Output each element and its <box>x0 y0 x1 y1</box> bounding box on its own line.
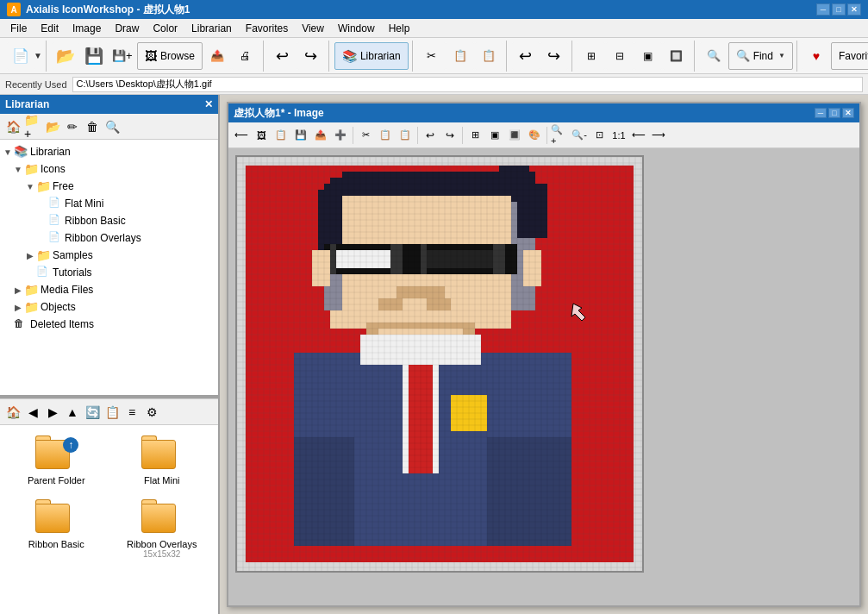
sidebar-delete-button[interactable]: 🗑 <box>83 117 102 136</box>
pixel-canvas[interactable] <box>236 156 643 572</box>
img-zoom-out[interactable]: 🔍- <box>570 126 589 145</box>
tree-item-objects[interactable]: ▶ 📁 Objects <box>0 298 218 316</box>
img-tool3[interactable]: 📋 <box>272 126 290 145</box>
sidebar-back-button[interactable]: ◀ <box>23 403 42 422</box>
tree-item-ribbon-overlays[interactable]: 📄 Ribbon Overlays <box>0 229 218 247</box>
img-tool2[interactable]: 🖼 <box>252 126 271 145</box>
expand-ribbon-basic[interactable] <box>36 215 48 227</box>
zoom-in-button[interactable]: 🔍 <box>700 42 727 70</box>
tree-item-deleted-items[interactable]: 🗑 Deleted Items <box>0 316 218 333</box>
img-tool4[interactable]: 💾 <box>291 126 310 145</box>
close-button[interactable]: ✕ <box>847 3 861 16</box>
sidebar-sort-button[interactable]: ⚙ <box>142 403 161 422</box>
undo-button[interactable]: ↩ <box>269 42 297 70</box>
expand-tutorials[interactable] <box>24 266 36 279</box>
img-tool6[interactable]: ➕ <box>331 126 350 145</box>
zoom-button[interactable]: 🔲 <box>663 42 690 70</box>
tree-item-tutorials[interactable]: 📄 Tutorials <box>0 264 218 281</box>
tree-item-icons[interactable]: ▼ 📁 Icons <box>0 160 218 178</box>
img-zoom-fit[interactable]: ⊡ <box>590 126 609 145</box>
maximize-button[interactable]: □ <box>832 3 846 16</box>
tree-item-free[interactable]: ▼ 📁 Free <box>0 178 218 195</box>
img-cut[interactable]: ✂ <box>356 126 375 145</box>
expand-librarian[interactable]: ▼ <box>2 146 14 158</box>
menu-image[interactable]: Image <box>66 19 108 37</box>
browse-button[interactable]: 🖼 Browse <box>137 42 203 70</box>
img-redo[interactable]: ↪ <box>440 126 459 145</box>
menu-file[interactable]: File <box>3 19 34 37</box>
redo-button[interactable]: ↪ <box>297 42 325 70</box>
menu-edit[interactable]: Edit <box>34 19 66 37</box>
expand-media-files[interactable]: ▶ <box>12 284 24 296</box>
menu-color[interactable]: Color <box>146 19 184 37</box>
tree-item-flat-mini[interactable]: 📄 Flat Mini <box>0 195 218 212</box>
export-button[interactable]: 📤 <box>203 42 231 70</box>
copy-button[interactable]: 📋 <box>446 42 474 70</box>
image-canvas-area[interactable] <box>228 148 859 605</box>
sidebar-forward-button[interactable]: ▶ <box>43 403 62 422</box>
menu-favorites[interactable]: Favorites <box>239 19 295 37</box>
menu-view[interactable]: View <box>295 19 331 37</box>
img-tool1[interactable]: ⟵ <box>232 126 251 145</box>
undo2-button[interactable]: ↩ <box>512 42 540 70</box>
sidebar-view2-button[interactable]: 📋 <box>103 403 122 422</box>
folder-item-parent[interactable]: ↑ Parent Folder <box>7 432 106 489</box>
img-copy[interactable]: 📋 <box>376 126 395 145</box>
minimize-button[interactable]: ─ <box>816 3 830 16</box>
folder-item-ribbon-overlays[interactable]: Ribbon Overlays 15x15x32 <box>113 496 212 562</box>
expand-samples[interactable]: ▶ <box>24 249 36 261</box>
image-close-button[interactable]: ✕ <box>842 108 854 118</box>
expand-free[interactable]: ▼ <box>24 180 36 192</box>
sidebar-search-button[interactable]: 🔍 <box>103 117 122 136</box>
save-button[interactable]: 💾 <box>80 42 108 70</box>
new-button[interactable]: 📄 <box>7 42 34 70</box>
img-select[interactable]: ▣ <box>485 126 504 145</box>
tree-item-librarian[interactable]: ▼ 📚 Librarian <box>0 143 218 160</box>
cut-button[interactable]: ✂ <box>418 42 446 70</box>
sidebar-refresh-button[interactable]: 🔄 <box>83 403 102 422</box>
image-minimize-button[interactable]: ─ <box>815 108 827 118</box>
print-button[interactable]: 🖨 <box>232 42 259 70</box>
sidebar-close-button[interactable]: ✕ <box>204 98 213 110</box>
menu-draw[interactable]: Draw <box>108 19 146 37</box>
sidebar-up-button[interactable]: ▲ <box>63 403 82 422</box>
img-tool5[interactable]: 📤 <box>311 126 330 145</box>
expand-ribbon-overlays[interactable] <box>36 232 48 244</box>
image-maximize-button[interactable]: □ <box>828 108 840 118</box>
tree-item-media-files[interactable]: ▶ 📁 Media Files <box>0 281 218 298</box>
sidebar-add-button[interactable]: 📁+ <box>23 117 42 136</box>
img-zoom-in[interactable]: 🔍+ <box>550 126 569 145</box>
find-button[interactable]: 🔍 Find ▼ <box>728 42 793 70</box>
grid-button[interactable]: ⊞ <box>578 42 605 70</box>
img-view[interactable]: 🔳 <box>505 126 524 145</box>
img-zoom-next[interactable]: ⟶ <box>649 126 668 145</box>
save-all-button[interactable]: 💾+ <box>109 42 136 70</box>
sidebar-view1-button[interactable]: 🏠 <box>3 403 22 422</box>
select-button[interactable]: ▣ <box>634 42 662 70</box>
img-zoom-1[interactable]: 1:1 <box>609 126 628 145</box>
redo2-button[interactable]: ↪ <box>540 42 568 70</box>
expand-flat-mini[interactable] <box>36 197 48 210</box>
img-zoom-prev[interactable]: ⟵ <box>629 126 648 145</box>
menu-help[interactable]: Help <box>382 19 417 37</box>
folder-item-ribbon-basic[interactable]: Ribbon Basic <box>7 496 106 562</box>
new-dropdown-arrow[interactable]: ▼ <box>34 51 42 60</box>
folder-item-flat-mini[interactable]: Flat Mini <box>113 432 212 489</box>
paste-button[interactable]: 📋 <box>475 42 503 70</box>
file-path[interactable]: C:\Users \Desktop\虚拟人物1.gif <box>72 77 863 92</box>
librarian-button[interactable]: 📚 Librarian <box>334 42 409 70</box>
menu-librarian[interactable]: Librarian <box>184 19 239 37</box>
expand-deleted-items[interactable] <box>2 318 14 330</box>
img-paste[interactable]: 📋 <box>396 126 415 145</box>
menu-window[interactable]: Window <box>331 19 382 37</box>
tree-item-samples[interactable]: ▶ 📁 Samples <box>0 247 218 264</box>
sidebar-view3-button[interactable]: ≡ <box>122 403 141 422</box>
expand-objects[interactable]: ▶ <box>12 301 24 313</box>
img-undo[interactable]: ↩ <box>421 126 440 145</box>
expand-icons[interactable]: ▼ <box>12 163 24 175</box>
favorites-button[interactable]: Favorites ▼ <box>831 42 868 70</box>
img-filter[interactable]: 🎨 <box>525 126 544 145</box>
sidebar-edit-button[interactable]: ✏ <box>63 117 82 136</box>
tree-item-ribbon-basic[interactable]: 📄 Ribbon Basic <box>0 212 218 229</box>
sidebar-folder-button[interactable]: 📂 <box>43 117 62 136</box>
